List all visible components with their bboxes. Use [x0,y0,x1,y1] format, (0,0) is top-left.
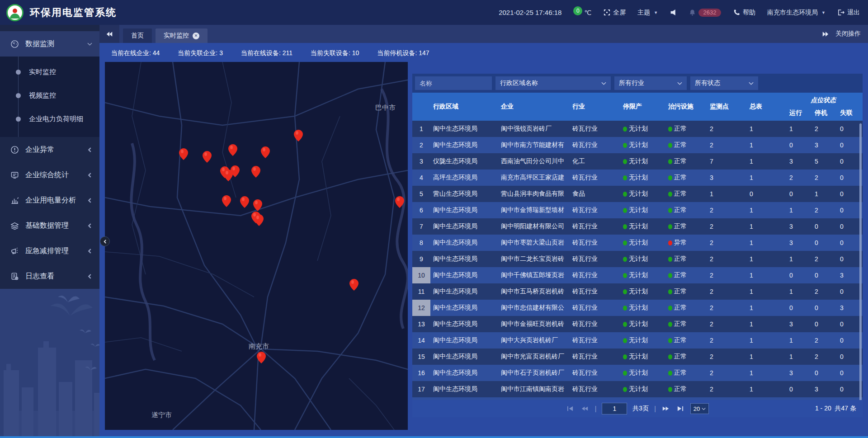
next-page-button[interactable] [661,404,670,413]
map-pin-icon[interactable] [395,196,404,208]
column-header-停限产[interactable]: 停限产 [620,93,665,121]
table-row[interactable]: 11阆中生态环境局阆中市五马桥页岩机砖砖瓦行业无计划正常21120 [412,283,863,300]
table-row[interactable]: 13阆中生态环境局阆中市金福旺页岩机砖砖瓦行业无计划正常21300 [412,316,863,332]
page-number-input[interactable]: 1 [602,403,627,414]
table-scrollbar[interactable] [859,123,862,414]
column-header-治污设施[interactable]: 治污设施 [665,93,707,121]
map-pin-icon[interactable] [255,214,264,226]
org-dropdown[interactable]: 南充市生态环境局 ▼ [767,9,826,17]
table-row[interactable]: 3仪陇生态环境局西南油气田分公司川中化工无计划正常71350 [412,153,863,170]
table-row[interactable]: 15阆中生态环境局阆中市光富页岩机砖厂砖瓦行业无计划正常21120 [412,349,863,365]
map-pin-icon[interactable] [253,199,262,211]
cell-limit-status-label: 无计划 [629,141,648,149]
cell-industry: 砖瓦行业 [570,202,620,218]
sidebar-group-日志查看[interactable]: 日志查看 [0,264,99,289]
cell-stop-count: 2 [812,251,837,267]
fullscreen-button[interactable]: 全屏 [603,9,626,17]
cell-stop-count: 2 [812,332,837,349]
map-panel[interactable]: 巴中市南充市遂宁市 [105,62,408,430]
last-page-button[interactable] [676,404,685,413]
tab-close-icon[interactable]: ✕ [193,33,199,39]
map-pin-icon[interactable] [228,144,237,156]
sidebar-group-label: 日志查看 [25,272,54,281]
region-select[interactable]: 行政区域名称 [495,76,611,90]
cell-stop-count: 2 [812,121,837,137]
sidebar-group-应急减排管理[interactable]: 应急减排管理 [0,238,99,264]
table-row[interactable]: 8阆中生态环境局阆中市枣碧大梁山页岩砖瓦行业无计划异常21300 [412,235,863,251]
table-row[interactable]: 9阆中生态环境局阆中市二龙长宝页岩砖砖瓦行业无计划正常21120 [412,251,863,267]
cell-limit-status: 无计划 [620,202,665,218]
table-row[interactable]: 12阆中生态环境局阆中市忠信建材有限公砖瓦行业无计划正常21003 [412,300,863,316]
first-page-button[interactable] [566,404,575,413]
column-header-监测点[interactable]: 监测点 [707,93,747,121]
tab-首页[interactable]: 首页 [123,28,152,43]
map-pin-icon[interactable] [257,352,266,363]
map-pin-icon[interactable] [222,195,231,207]
pagination-bar: | 1 共3页 | 20 1 - 20 共47 条 [412,400,863,417]
sidebar-group-企业异常[interactable]: 企业异常 [0,137,99,162]
sidebar-menu: 数据监测实时监控视频监控企业电力负荷明细企业异常企业综合统计企业用电量分析基础数… [0,25,99,289]
map-pin-icon[interactable] [203,151,212,163]
cell-total-meters: 1 [747,121,787,137]
cell-limit-status-label: 无计划 [629,157,648,165]
cell-lost-count: 0 [837,251,860,267]
map-pin-icon[interactable] [294,130,303,141]
sidebar-group-企业用电量分析[interactable]: 企业用电量分析 [0,188,99,213]
chevron-down-icon [87,42,92,47]
industry-select[interactable]: 所有行业 [614,76,687,90]
sidebar-item-实时监控[interactable]: 实时监控 [0,60,99,84]
cell-limit-status: 无计划 [620,186,665,202]
name-search-field[interactable] [415,76,492,90]
logout-button[interactable]: 退出 [837,9,860,17]
sidebar-group-基础数据管理[interactable]: 基础数据管理 [0,213,99,238]
cell-total-meters: 1 [747,349,787,365]
help-button[interactable]: 帮助 [733,9,755,17]
cell-limit-status: 无计划 [620,365,665,381]
map-pin-icon[interactable] [179,148,188,160]
prev-page-button[interactable] [580,404,590,413]
table-row[interactable]: 10阆中生态环境局阆中千佛镇五郎垭页岩砖瓦行业无计划正常21003 [412,267,863,283]
tabs-scroll-right-button[interactable] [822,31,829,37]
notifications[interactable]: 2632 [689,9,721,17]
cell-run-count: 0 [787,186,812,202]
status-ok-dot [623,354,627,359]
table-row[interactable]: 1阆中生态环境局阆中强锐页岩砖厂砖瓦行业无计划正常21120 [412,121,863,137]
sidebar-group-数据监测[interactable]: 数据监测 [0,31,99,57]
status-ok-dot [668,159,672,164]
map-pin-icon[interactable] [231,165,240,177]
map-collapse-button[interactable] [100,236,110,246]
column-subheader-运行[interactable]: 运行 [787,105,812,121]
tabs-scroll-left-button[interactable] [99,25,119,43]
map-pin-icon[interactable] [240,196,249,208]
map-pin-icon[interactable] [261,146,270,158]
table-row[interactable]: 16阆中生态环境局阆中市石子页岩机砖厂砖瓦行业无计划正常21300 [412,365,863,381]
table-row[interactable]: 2阆中生态环境局阆中市南方节能建材有砖瓦行业无计划正常21030 [412,137,863,153]
column-header-行业[interactable]: 行业 [570,93,620,121]
sidebar-group-企业综合统计[interactable]: 企业综合统计 [0,162,99,188]
table-row[interactable]: 14阆中生态环境局阆中大兴页岩机砖厂砖瓦行业无计划正常21120 [412,332,863,349]
tab-实时监控[interactable]: 实时监控✕ [156,28,208,43]
theme-dropdown[interactable]: 主题 ▼ [637,9,658,17]
page-size-select[interactable]: 20 [690,403,709,414]
column-header-企业[interactable]: 企业 [498,93,570,121]
cell-monitor-points: 2 [707,121,747,137]
name-search-input[interactable] [420,80,487,87]
map-pin-icon[interactable] [349,279,359,291]
cell-industry: 砖瓦行业 [570,283,620,300]
column-header-总表[interactable]: 总表 [747,93,787,121]
sidebar-item-视频监控[interactable]: 视频监控 [0,84,99,107]
column-subheader-停机[interactable]: 停机 [812,105,837,121]
table-row[interactable]: 6阆中生态环境局阆中市金博瑞新型墙材砖瓦行业无计划正常21120 [412,202,863,218]
cell-lost-count: 0 [837,186,860,202]
map-pin-icon[interactable] [251,166,260,178]
status-select[interactable]: 所有状态 [690,76,758,90]
table-row[interactable]: 5营山生态环境局营山县润丰肉食品有限食品无计划正常10010 [412,186,863,202]
close-operations-button[interactable]: 关闭操作 [835,30,861,38]
column-header-行政区域[interactable]: 行政区域 [430,93,498,121]
sound-icon[interactable] [670,9,677,16]
sidebar-item-企业电力负荷明细[interactable]: 企业电力负荷明细 [0,107,99,131]
table-row[interactable]: 7阆中生态环境局阆中明阳建材有限公司砖瓦行业无计划正常21300 [412,218,863,235]
table-row[interactable]: 4高坪生态环境局南充市高坪区王家店建砖瓦行业无计划正常31220 [412,170,863,186]
column-subheader-失联[interactable]: 失联 [837,105,860,121]
table-row[interactable]: 17阆中生态环境局阆中市江南镇阆南页岩砖瓦行业无计划正常21030 [412,381,863,397]
